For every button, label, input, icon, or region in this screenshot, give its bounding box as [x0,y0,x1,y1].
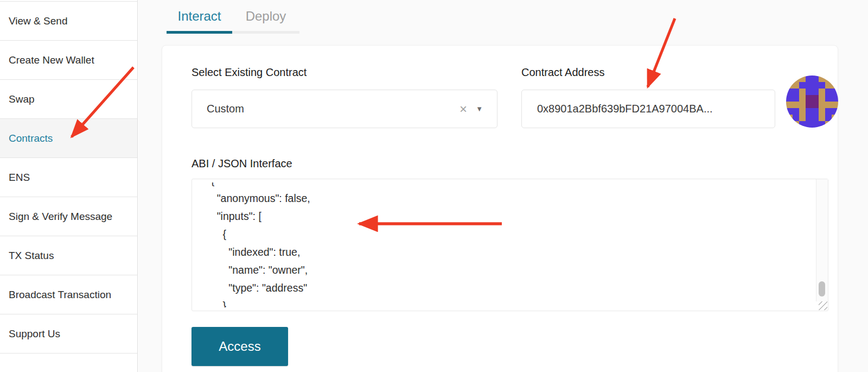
sidebar-item-tx-status[interactable]: TX Status [0,236,137,275]
sidebar-item-broadcast-transaction[interactable]: Broadcast Transaction [0,275,137,314]
page: View & Send Create New Wallet Swap Contr… [0,0,868,372]
sidebar-item-view-send[interactable]: View & Send [0,2,137,41]
clear-selection-icon[interactable]: × [454,102,473,117]
existing-contract-select[interactable]: Custom × ▼ [192,90,497,128]
tab-interact[interactable]: Interact [167,5,232,27]
existing-contract-selected-value: Custom [192,103,454,115]
abi-scrollbar-thumb[interactable] [819,281,825,297]
contract-address-label: Contract Address [521,66,604,79]
tab-deploy-underline [232,31,299,34]
abi-json-interface-label: ABI / JSON Interface [192,157,292,170]
tab-interact-underline [167,31,232,34]
chevron-down-icon[interactable]: ▼ [473,105,497,113]
sidebar-item-sign-verify-message[interactable]: Sign & Verify Message [0,197,137,236]
sidebar-item-swap[interactable]: Swap [0,80,137,119]
abi-json-content: { "anonymous": false, "inputs": [ { "ind… [205,182,810,307]
sidebar-item-contracts[interactable]: Contracts [0,119,137,158]
sidebar-item-create-new-wallet[interactable]: Create New Wallet [0,41,137,80]
textarea-resize-handle[interactable] [819,301,827,310]
abi-scrollbar-track[interactable] [816,179,828,301]
address-identicon [786,75,838,128]
sidebar-item-support-us[interactable]: Support Us [0,314,137,354]
interact-form-card: Select Existing Contract Custom × ▼ Cont… [162,45,838,372]
tab-deploy[interactable]: Deploy [232,5,299,27]
abi-json-content-clip: { "anonymous": false, "inputs": [ { "ind… [205,182,810,307]
abi-json-textarea[interactable]: { "anonymous": false, "inputs": [ { "ind… [192,179,828,311]
sidebar: View & Send Create New Wallet Swap Contr… [0,0,138,372]
select-existing-contract-label: Select Existing Contract [192,66,307,79]
access-button[interactable]: Access [192,327,288,366]
main-content: Interact Deploy Select Existing Contract… [138,0,868,372]
contract-address-input[interactable] [521,90,775,128]
sidebar-item-ens[interactable]: ENS [0,158,137,197]
